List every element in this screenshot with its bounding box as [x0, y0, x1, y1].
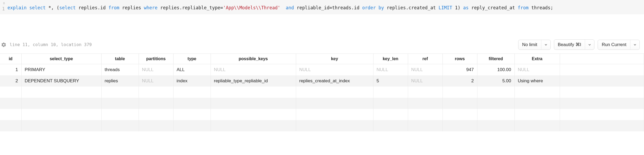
- table-cell[interactable]: NULL: [211, 64, 296, 75]
- table-cell[interactable]: ALL: [173, 64, 211, 75]
- column-header-tail: [560, 54, 644, 64]
- table-cell[interactable]: NULL: [139, 64, 173, 75]
- table-cell[interactable]: 5.00: [477, 75, 514, 87]
- column-header[interactable]: rows: [442, 54, 477, 64]
- table-cell[interactable]: NULL: [408, 75, 442, 87]
- line-gutter: 0 1: [0, 1, 7, 12]
- table-cell[interactable]: NULL: [514, 64, 560, 75]
- table-cell[interactable]: 2: [442, 75, 477, 87]
- toolbar: line 11, column 10, location 379 No limi…: [0, 36, 644, 54]
- table-cell-tail: [560, 75, 644, 87]
- column-header[interactable]: Extra: [514, 54, 560, 64]
- table-cell[interactable]: PRIMARY: [21, 64, 101, 75]
- table-row-empty: [0, 120, 644, 131]
- table-cell[interactable]: 2: [0, 75, 21, 87]
- table-cell[interactable]: 5: [373, 75, 408, 87]
- table-cell[interactable]: replies: [101, 75, 139, 87]
- table-cell[interactable]: DEPENDENT SUBQUERY: [21, 75, 101, 87]
- gear-icon[interactable]: [1, 42, 6, 47]
- table-cell[interactable]: replies_created_at_index: [296, 75, 373, 87]
- chevron-down-icon[interactable]: [541, 40, 550, 50]
- table-cell[interactable]: NULL: [373, 64, 408, 75]
- column-header[interactable]: type: [173, 54, 211, 64]
- table-cell[interactable]: NULL: [408, 64, 442, 75]
- table-row-empty: [0, 87, 644, 98]
- column-header[interactable]: key: [296, 54, 373, 64]
- column-header[interactable]: key_len: [373, 54, 408, 64]
- cursor-location: line 11, column 10, location 379: [10, 42, 515, 47]
- table-row-empty: [0, 109, 644, 120]
- table-cell[interactable]: 1: [0, 64, 21, 75]
- table-row[interactable]: 2DEPENDENT SUBQUERYrepliesNULLindexrepli…: [0, 75, 644, 87]
- chevron-down-icon[interactable]: [585, 40, 594, 50]
- column-header[interactable]: partitions: [139, 54, 173, 64]
- sql-code[interactable]: explain select *, (select replies.id fro…: [7, 1, 644, 12]
- table-cell-tail: [560, 64, 644, 75]
- sql-editor[interactable]: 0 1 explain select *, (select replies.id…: [0, 0, 644, 14]
- table-cell[interactable]: threads: [101, 64, 139, 75]
- column-header[interactable]: id: [0, 54, 21, 64]
- column-header[interactable]: possible_keys: [211, 54, 296, 64]
- table-cell[interactable]: NULL: [296, 64, 373, 75]
- limit-label[interactable]: No limit: [518, 40, 541, 50]
- column-header[interactable]: filtered: [477, 54, 514, 64]
- beautify-label[interactable]: Beautify ⌘I: [554, 40, 585, 50]
- column-header[interactable]: table: [101, 54, 139, 64]
- limit-dropdown[interactable]: No limit: [518, 40, 551, 50]
- chevron-down-icon[interactable]: [630, 40, 639, 50]
- table-row-empty: [0, 98, 644, 109]
- run-label[interactable]: Run Current: [598, 40, 630, 50]
- column-header[interactable]: select_type: [21, 54, 101, 64]
- results-table: idselect_typetablepartitionstypepossible…: [0, 54, 644, 131]
- table-cell[interactable]: index: [173, 75, 211, 87]
- column-header[interactable]: ref: [408, 54, 442, 64]
- run-current-button[interactable]: Run Current: [598, 40, 640, 50]
- table-cell[interactable]: NULL: [139, 75, 173, 87]
- beautify-button[interactable]: Beautify ⌘I: [554, 39, 595, 50]
- table-cell[interactable]: 947: [442, 64, 477, 75]
- table-cell[interactable]: 100.00: [477, 64, 514, 75]
- table-header-row: idselect_typetablepartitionstypepossible…: [0, 54, 644, 64]
- table-cell[interactable]: Using where: [514, 75, 560, 87]
- table-row[interactable]: 1PRIMARYthreadsNULLALLNULLNULLNULLNULL94…: [0, 64, 644, 75]
- table-cell[interactable]: repliable_type_repliable_id: [211, 75, 296, 87]
